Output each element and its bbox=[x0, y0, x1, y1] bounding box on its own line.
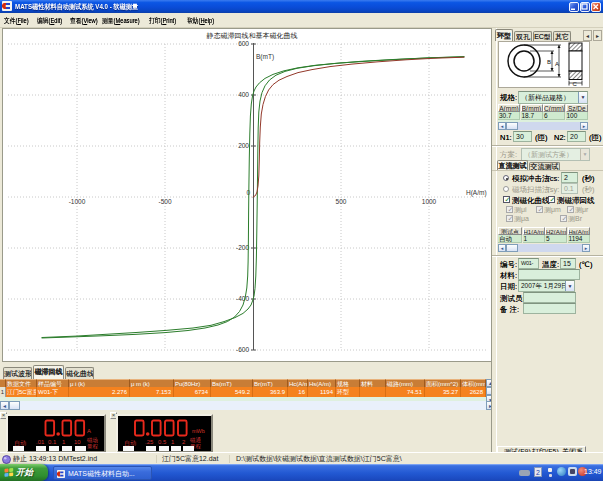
svg-text:-400: -400 bbox=[236, 295, 249, 302]
svg-text:-600: -600 bbox=[236, 346, 249, 353]
svg-text:A: A bbox=[555, 61, 559, 67]
svg-text:H(A/m): H(A/m) bbox=[466, 189, 487, 197]
svg-text:B: B bbox=[547, 59, 551, 65]
svg-text:C: C bbox=[573, 81, 578, 87]
svg-text:600: 600 bbox=[238, 40, 249, 47]
svg-text:500: 500 bbox=[336, 198, 347, 205]
svg-text:静态磁滞回线和基本磁化曲线: 静态磁滞回线和基本磁化曲线 bbox=[207, 32, 298, 40]
svg-text:200: 200 bbox=[238, 142, 249, 149]
svg-text:-500: -500 bbox=[158, 198, 171, 205]
svg-text:1000: 1000 bbox=[422, 198, 437, 205]
svg-text:-1000: -1000 bbox=[69, 198, 86, 205]
svg-text:-200: -200 bbox=[236, 244, 249, 251]
svg-text:B(mT): B(mT) bbox=[256, 53, 274, 61]
svg-text:400: 400 bbox=[238, 91, 249, 98]
